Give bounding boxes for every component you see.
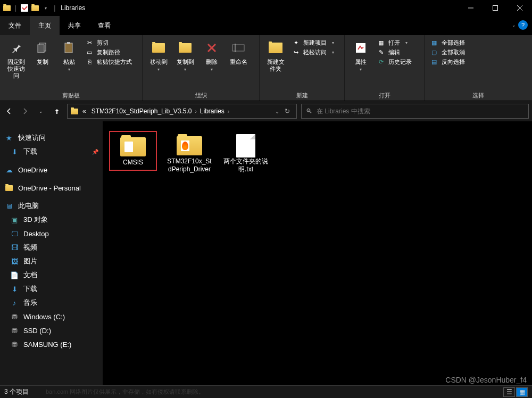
scissors-icon: ✂ bbox=[85, 38, 94, 47]
open-button[interactable]: ▦打开▾ bbox=[377, 38, 412, 47]
recent-locations-button[interactable]: ⌄ bbox=[35, 105, 47, 117]
svg-rect-10 bbox=[232, 45, 244, 51]
invert-icon: ▤ bbox=[430, 57, 438, 66]
tab-share[interactable]: 共享 bbox=[60, 16, 89, 35]
rename-icon bbox=[230, 39, 247, 56]
close-button[interactable] bbox=[508, 0, 532, 16]
select-none-button[interactable]: ▢全部取消 bbox=[430, 48, 465, 56]
pin-icon bbox=[7, 39, 24, 56]
star-icon: ★ bbox=[4, 133, 14, 143]
svg-rect-1 bbox=[493, 6, 498, 11]
easy-access-button[interactable]: ↪轻松访问▾ bbox=[292, 48, 334, 56]
sidebar-onedrive[interactable]: ☁OneDrive bbox=[0, 163, 103, 177]
sidebar-documents[interactable]: 📄文档 bbox=[0, 268, 103, 282]
watermark-footer: ban.com 网络图片仅供展示，非存储，如有侵权请联系删除。 bbox=[46, 388, 204, 396]
sidebar-downloads[interactable]: ⬇下载📌 bbox=[0, 145, 103, 159]
breadcrumb-item[interactable]: STM32F10x_StdPeriph_Lib_V3.5.0 bbox=[89, 106, 194, 116]
forward-button[interactable] bbox=[19, 105, 31, 117]
file-item-cmsis[interactable]: CMSIS bbox=[109, 131, 157, 171]
video-icon: 🎞 bbox=[10, 243, 19, 252]
sidebar-downloads2[interactable]: ⬇下载 bbox=[0, 282, 103, 296]
nav-bar: ⌄ « STM32F10x_StdPeriph_Lib_V3.5.0 › Lib… bbox=[0, 101, 532, 121]
copy-button[interactable]: 复制 bbox=[30, 37, 55, 65]
details-view-button[interactable]: ☰ bbox=[503, 387, 515, 397]
sidebar-drive-d[interactable]: ⛃SSD (D:) bbox=[0, 324, 103, 337]
address-bar[interactable]: « STM32F10x_StdPeriph_Lib_V3.5.0 › Libra… bbox=[67, 104, 297, 119]
sidebar-drive-c[interactable]: ⛃Windows (C:) bbox=[0, 310, 103, 324]
folder-icon bbox=[177, 134, 202, 155]
copy-to-button[interactable]: 复制到▾ bbox=[172, 37, 198, 72]
delete-button[interactable]: 删除▾ bbox=[199, 37, 225, 72]
download-icon: ⬇ bbox=[10, 284, 19, 294]
breadcrumb-item[interactable]: Libraries bbox=[198, 106, 227, 116]
sidebar-pictures[interactable]: 🖼图片 bbox=[0, 254, 103, 268]
sidebar-onedrive-personal[interactable]: OneDrive - Personal bbox=[0, 181, 103, 195]
file-item-readme[interactable]: 两个文件夹的说明.txt bbox=[222, 131, 270, 177]
folder-icon bbox=[120, 135, 146, 156]
cut-button[interactable]: ✂剪切 bbox=[85, 38, 132, 47]
paste-icon bbox=[61, 39, 78, 56]
up-button[interactable] bbox=[51, 105, 63, 117]
file-label: STM32F10x_StdPeriph_Driver bbox=[165, 157, 213, 173]
drive-icon: ⛃ bbox=[10, 326, 19, 335]
pin-icon: 📌 bbox=[92, 149, 98, 155]
invert-selection-button[interactable]: ▤反向选择 bbox=[430, 57, 465, 66]
watermark: CSDN @JesonHuber_f4 bbox=[445, 376, 527, 384]
sidebar-this-pc[interactable]: 🖥此电脑 bbox=[0, 199, 103, 213]
edit-button[interactable]: ✎编辑 bbox=[377, 48, 412, 56]
files-area[interactable]: CMSIS STM32F10x_StdPeriph_Driver 两个文件夹的说… bbox=[103, 121, 532, 385]
chevron-down-icon[interactable]: ⌄ bbox=[275, 109, 279, 114]
paste-button[interactable]: 粘贴 ▾ bbox=[56, 37, 82, 72]
easy-access-icon: ↪ bbox=[292, 48, 300, 56]
sidebar-music[interactable]: ♪音乐 bbox=[0, 296, 103, 310]
chevron-right-icon[interactable]: › bbox=[195, 109, 196, 114]
cube-icon: ▣ bbox=[10, 215, 19, 225]
sidebar-videos[interactable]: 🎞视频 bbox=[0, 241, 103, 254]
group-organize-label: 组织 bbox=[146, 90, 256, 100]
select-all-button[interactable]: ▦全部选择 bbox=[430, 38, 465, 47]
chevron-down-icon[interactable]: ⌄ bbox=[512, 22, 516, 28]
file-item-stdperiph[interactable]: STM32F10x_StdPeriph_Driver bbox=[165, 131, 213, 177]
check-icon[interactable] bbox=[20, 3, 29, 13]
breadcrumb-prefix[interactable]: « bbox=[80, 106, 88, 116]
maximize-button[interactable] bbox=[483, 0, 508, 16]
properties-button[interactable]: 属性▾ bbox=[348, 37, 373, 72]
svg-rect-7 bbox=[67, 42, 70, 44]
search-input[interactable] bbox=[317, 107, 524, 115]
icons-view-button[interactable]: ▦ bbox=[516, 387, 528, 397]
svg-rect-5 bbox=[38, 45, 44, 53]
back-button[interactable] bbox=[3, 105, 15, 117]
sidebar-quick-access[interactable]: ★快速访问 bbox=[0, 131, 103, 145]
qat-dropdown-icon[interactable]: ▾ bbox=[41, 3, 51, 13]
history-button[interactable]: ⟳历史记录 bbox=[377, 57, 412, 66]
help-button[interactable]: ? bbox=[518, 20, 528, 30]
desktop-icon: 🖵 bbox=[10, 229, 19, 238]
tab-home[interactable]: 主页 bbox=[30, 16, 60, 35]
chevron-right-icon[interactable]: › bbox=[228, 109, 229, 114]
textfile-icon bbox=[233, 134, 259, 155]
folder-icon[interactable] bbox=[30, 3, 40, 13]
pin-quickaccess-button[interactable]: 固定到快速访问 bbox=[3, 37, 29, 79]
tab-view[interactable]: 查看 bbox=[89, 16, 119, 35]
status-count: 3 个项目 bbox=[4, 387, 29, 396]
refresh-icon[interactable]: ↻ bbox=[285, 107, 290, 115]
picture-icon: 🖼 bbox=[10, 256, 19, 266]
rename-button[interactable]: 重命名 bbox=[226, 37, 251, 65]
copy-path-button[interactable]: ▭复制路径 bbox=[85, 48, 132, 56]
pc-icon: 🖥 bbox=[4, 201, 14, 211]
sidebar-desktop[interactable]: 🖵Desktop bbox=[0, 227, 103, 241]
sidebar-3d-objects[interactable]: ▣3D 对象 bbox=[0, 213, 103, 227]
move-icon bbox=[150, 39, 167, 56]
minimize-button[interactable] bbox=[459, 0, 483, 16]
new-folder-icon bbox=[267, 39, 284, 56]
folder-icon bbox=[2, 3, 12, 13]
folder-icon bbox=[4, 183, 14, 193]
new-folder-button[interactable]: 新建文件夹 bbox=[263, 37, 288, 72]
search-box[interactable]: 🔍︎ bbox=[301, 104, 529, 119]
new-item-button[interactable]: ✦新建项目▾ bbox=[292, 38, 334, 47]
tab-file[interactable]: 文件 bbox=[0, 16, 30, 35]
move-to-button[interactable]: 移动到▾ bbox=[146, 37, 171, 72]
paste-shortcut-button[interactable]: ⎘粘贴快捷方式 bbox=[85, 57, 132, 66]
drive-icon: ⛃ bbox=[10, 339, 19, 349]
sidebar-drive-e[interactable]: ⛃SAMSUNG (E:) bbox=[0, 337, 103, 351]
